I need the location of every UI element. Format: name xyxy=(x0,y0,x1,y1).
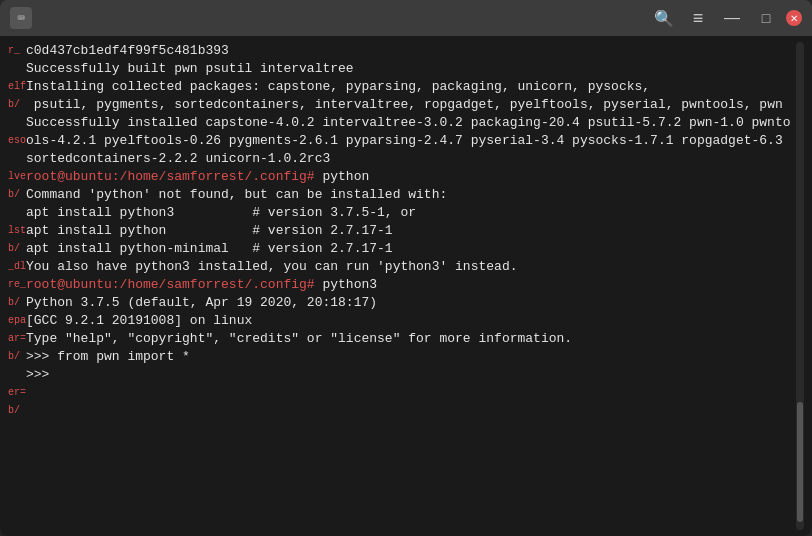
close-button[interactable]: ✕ xyxy=(786,10,802,26)
close-icon: ✕ xyxy=(790,13,798,24)
titlebar: ⌨ 🔍 ≡ — □ ✕ xyxy=(0,0,812,36)
terminal-content[interactable]: c0d437cb1edf4f99f5c481b393Successfully b… xyxy=(26,42,796,530)
scrollbar-thumb[interactable] xyxy=(797,402,803,522)
sidebar-item: ar= xyxy=(8,330,26,348)
terminal-line: [GCC 9.2.1 20191008] on linux xyxy=(26,312,796,330)
terminal-line: root@ubuntu:/home/samforrest/.config# py… xyxy=(26,168,796,186)
sidebar-item: lst xyxy=(8,222,26,240)
terminal-line: >>> xyxy=(26,366,796,384)
sidebar-item: epa xyxy=(8,312,26,330)
terminal-line: Command 'python' not found, but can be i… xyxy=(26,186,796,204)
terminal-line: Python 3.7.5 (default, Apr 19 2020, 20:1… xyxy=(26,294,796,312)
prompt-command: python xyxy=(315,169,370,184)
minimize-button[interactable]: — xyxy=(718,7,746,29)
terminal-line: Type "help", "copyright", "credits" or "… xyxy=(26,330,796,348)
terminal-line: apt install python # version 2.7.17-1 xyxy=(26,222,796,240)
menu-button[interactable]: ≡ xyxy=(684,7,712,29)
terminal-line: >>> from pwn import * xyxy=(26,348,796,366)
scrollbar[interactable] xyxy=(796,42,804,530)
search-button[interactable]: 🔍 xyxy=(650,7,678,29)
sidebar-item: b/ xyxy=(8,240,26,258)
sidebar-item: er= xyxy=(8,384,26,402)
menu-icon: ≡ xyxy=(693,8,704,29)
sidebar-item: eso xyxy=(8,132,26,150)
terminal-line: apt install python3 # version 3.7.5-1, o… xyxy=(26,204,796,222)
sidebar-item: b/ xyxy=(8,294,26,312)
sidebar-item: elf xyxy=(8,78,26,96)
terminal-window: ⌨ 🔍 ≡ — □ ✕ r_elfb/esolveb/lstb/_dlre_b/… xyxy=(0,0,812,536)
sidebar-item: b/ xyxy=(8,96,26,114)
terminal-icon: ⌨ xyxy=(10,7,32,29)
sidebar-item xyxy=(8,204,26,222)
prompt-user: root@ubuntu:/home/samforrest/.config# xyxy=(26,169,315,184)
terminal-icon-glyph: ⌨ xyxy=(17,11,24,26)
sidebar-item: _dl xyxy=(8,258,26,276)
minimize-icon: — xyxy=(724,9,740,27)
search-icon: 🔍 xyxy=(654,9,674,28)
maximize-icon: □ xyxy=(762,10,770,26)
terminal-line: You also have python3 installed, you can… xyxy=(26,258,796,276)
sidebar-item xyxy=(8,60,26,78)
sidebar-item xyxy=(8,150,26,168)
sidebar-item: b/ xyxy=(8,186,26,204)
terminal-line: Installing collected packages: capstone,… xyxy=(26,78,796,96)
sidebar-item xyxy=(8,366,26,384)
sidebar-item xyxy=(8,420,26,438)
sidebar-item: lve xyxy=(8,168,26,186)
sidebar-item: re_ xyxy=(8,276,26,294)
prompt-command: python3 xyxy=(315,277,377,292)
titlebar-controls: 🔍 ≡ — □ ✕ xyxy=(650,7,802,29)
prompt-user: root@ubuntu:/home/samforrest/.config# xyxy=(26,277,315,292)
sidebar-item: r_ xyxy=(8,42,26,60)
terminal-body[interactable]: r_elfb/esolveb/lstb/_dlre_b/epaar=b/er=b… xyxy=(0,36,812,536)
maximize-button[interactable]: □ xyxy=(752,7,780,29)
sidebar-item: b/ xyxy=(8,402,26,420)
terminal-line: apt install python-minimal # version 2.7… xyxy=(26,240,796,258)
terminal-line: psutil, pygments, sortedcontainers, inte… xyxy=(26,96,796,114)
terminal-line: c0d437cb1edf4f99f5c481b393 xyxy=(26,42,796,60)
sidebar-item: b/ xyxy=(8,348,26,366)
titlebar-left: ⌨ xyxy=(10,7,32,29)
terminal-line: Successfully installed capstone-4.0.2 in… xyxy=(26,114,796,168)
terminal-sidebar: r_elfb/esolveb/lstb/_dlre_b/epaar=b/er=b… xyxy=(8,42,26,530)
terminal-line: Successfully built pwn psutil intervaltr… xyxy=(26,60,796,78)
sidebar-item xyxy=(8,114,26,132)
terminal-line: root@ubuntu:/home/samforrest/.config# py… xyxy=(26,276,796,294)
